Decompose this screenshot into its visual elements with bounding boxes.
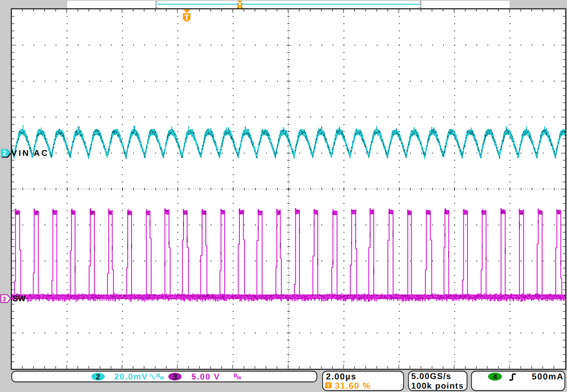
svg-text:T: T xyxy=(327,383,330,389)
svg-text:2: 2 xyxy=(96,373,100,381)
svg-text:100k points: 100k points xyxy=(411,381,464,391)
svg-text:2.00µs: 2.00µs xyxy=(326,372,357,381)
svg-text:W: W xyxy=(160,376,164,381)
svg-text:T: T xyxy=(238,3,242,9)
svg-text:5.00 V: 5.00 V xyxy=(192,372,220,381)
svg-text:4: 4 xyxy=(493,373,497,381)
svg-text:T: T xyxy=(184,13,189,22)
svg-text:31.60 %: 31.60 % xyxy=(335,381,371,391)
svg-text:SW: SW xyxy=(13,294,26,303)
svg-text:VIN AC: VIN AC xyxy=(11,149,49,158)
svg-text:3: 3 xyxy=(2,296,6,303)
svg-text:2: 2 xyxy=(3,149,6,157)
svg-text:W: W xyxy=(237,376,242,381)
svg-text:5.00GS/s: 5.00GS/s xyxy=(411,372,452,381)
svg-text:20.0mV: 20.0mV xyxy=(114,372,148,381)
svg-text:3: 3 xyxy=(173,373,177,381)
svg-text:500mA: 500mA xyxy=(532,372,564,381)
